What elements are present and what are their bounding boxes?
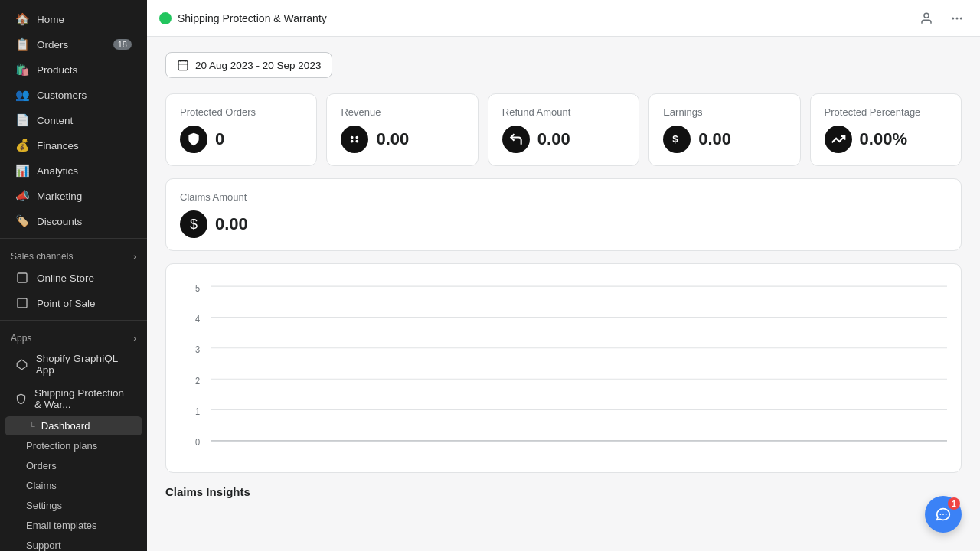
sales-channels-section: Sales channels › — [0, 243, 147, 265]
sub-item-label-claims: Claims — [26, 480, 57, 491]
sub-item-dashboard[interactable]: └ Dashboard — [5, 416, 142, 435]
sidebar-item-marketing[interactable]: 📣 Marketing — [5, 184, 142, 208]
sidebar-item-label-content: Content — [37, 115, 132, 126]
shield-green-icon — [159, 12, 172, 24]
revenue-icon — [347, 132, 362, 147]
sidebar-item-label-analytics: Analytics — [37, 165, 132, 177]
svg-rect-0 — [18, 273, 27, 282]
chart-svg: 5 4 3 2 1 0 — [180, 276, 947, 460]
svg-point-3 — [924, 13, 929, 18]
svg-text:4: 4 — [195, 315, 201, 324]
date-range-button[interactable]: 20 Aug 2023 - 20 Sep 2023 — [165, 52, 332, 78]
sidebar-item-label-customers: Customers — [37, 90, 132, 101]
notification-icon[interactable] — [916, 8, 937, 29]
sidebar-item-label-online-store: Online Store — [37, 272, 94, 284]
sidebar-item-online-store[interactable]: Online Store — [5, 266, 142, 290]
apps-section: Apps › — [0, 325, 147, 347]
metric-card-refund-amount: Refund Amount 0.00 — [488, 93, 639, 166]
shield-icon — [15, 392, 27, 406]
sidebar-item-label-discounts: Discounts — [37, 216, 132, 227]
chart-card: 5 4 3 2 1 0 — [165, 263, 962, 473]
sales-channels-label: Sales channels — [11, 251, 73, 262]
finances-icon: 💰 — [15, 139, 29, 152]
topbar: Shipping Protection & Warranty — [147, 0, 980, 37]
topbar-right — [916, 8, 968, 29]
date-range-label: 20 Aug 2023 - 20 Sep 2023 — [195, 60, 321, 71]
metric-title-protected-orders: Protected Orders — [180, 106, 302, 118]
metric-value-row-protected-orders: 0 — [180, 126, 302, 153]
sub-item-label-dashboard: Dashboard — [41, 420, 90, 432]
sidebar-item-analytics[interactable]: 📊 Analytics — [5, 158, 142, 183]
sub-item-label-orders: Orders — [26, 460, 57, 471]
sidebar-item-customers[interactable]: 👥 Customers — [5, 83, 142, 107]
refund-amount-icon — [508, 132, 524, 147]
protected-orders-icon — [186, 132, 201, 147]
svg-point-6 — [960, 17, 962, 19]
sidebar-item-finances[interactable]: 💰 Finances — [5, 133, 142, 158]
earnings-icon: $ — [669, 132, 684, 147]
svg-text:5: 5 — [195, 283, 200, 292]
sub-item-label-support: Support — [26, 540, 61, 551]
branch-icon: └ — [29, 422, 35, 431]
sidebar-item-content[interactable]: 📄 Content — [5, 108, 142, 132]
online-store-icon — [15, 271, 29, 285]
svg-point-12 — [356, 136, 358, 139]
graphql-icon — [15, 357, 28, 371]
svg-point-5 — [956, 17, 959, 19]
chat-badge: 1 — [948, 497, 960, 510]
sub-item-label-email-templates: Email templates — [26, 520, 96, 531]
svg-rect-1 — [18, 298, 27, 308]
topbar-title: Shipping Protection & Warranty — [178, 12, 327, 24]
metrics-grid: Protected Orders 0 Revenue 0.00 Refund A… — [165, 93, 962, 166]
chart-container: 5 4 3 2 1 0 — [180, 276, 947, 460]
chat-button[interactable]: 1 — [925, 496, 962, 533]
chat-icon — [935, 506, 952, 523]
metric-title-earnings: Earnings — [663, 106, 786, 118]
sub-item-email-templates[interactable]: Email templates — [5, 516, 142, 535]
sidebar-item-point-of-sale[interactable]: Point of Sale — [5, 291, 142, 315]
sidebar-item-orders[interactable]: 📋 Orders 18 — [5, 32, 142, 57]
sidebar-item-label-graphql: Shopify GraphiQL App — [36, 353, 132, 376]
sidebar-divider — [0, 238, 147, 239]
svg-text:0: 0 — [195, 438, 200, 447]
claims-amount-value: 0.00 — [215, 214, 248, 234]
sidebar-item-discounts[interactable]: 🏷️ Discounts — [5, 209, 142, 233]
sub-item-claims[interactable]: Claims — [5, 476, 142, 495]
sub-item-support[interactable]: Support — [5, 536, 142, 551]
sidebar-item-graphql[interactable]: Shopify GraphiQL App — [5, 347, 142, 381]
metric-icon-earnings: $ — [663, 126, 691, 153]
sidebar-item-products[interactable]: 🛍️ Products — [5, 57, 142, 82]
metric-value-refund-amount: 0.00 — [537, 129, 570, 149]
sidebar-item-shipping-protection[interactable]: Shipping Protection & War... — [5, 382, 142, 416]
svg-point-14 — [356, 140, 358, 142]
sub-item-label-protection-plans: Protection plans — [26, 440, 97, 452]
orders-icon: 📋 — [15, 37, 29, 51]
apps-label: Apps — [11, 333, 31, 344]
more-options-icon[interactable] — [946, 8, 968, 29]
metric-value-revenue: 0.00 — [376, 129, 409, 149]
products-icon: 🛍️ — [15, 63, 29, 77]
svg-text:3: 3 — [195, 345, 200, 354]
orders-badge: 18 — [113, 39, 132, 50]
sub-item-protection-plans[interactable]: Protection plans — [5, 436, 142, 455]
customers-icon: 👥 — [15, 88, 29, 102]
svg-point-4 — [952, 17, 954, 19]
metric-icon-protected-percentage — [825, 126, 852, 153]
svg-marker-2 — [17, 360, 27, 370]
metric-value-row-refund-amount: 0.00 — [502, 126, 625, 153]
claims-insights-title: Claims Insights — [165, 485, 962, 498]
metric-value-row-protected-percentage: 0.00% — [825, 126, 947, 153]
metric-card-earnings: Earnings $ 0.00 — [648, 93, 800, 166]
metric-icon-refund-amount — [502, 126, 530, 153]
sub-item-orders[interactable]: Orders — [5, 456, 142, 475]
sub-item-label-settings: Settings — [26, 500, 62, 511]
claims-amount-title: Claims Amount — [180, 191, 947, 203]
point-of-sale-icon — [15, 296, 29, 310]
svg-text:$: $ — [672, 133, 678, 145]
page-content: 20 Aug 2023 - 20 Sep 2023 Protected Orde… — [147, 37, 980, 551]
home-icon: 🏠 — [15, 12, 29, 26]
sidebar-divider-2 — [0, 320, 147, 321]
metric-title-revenue: Revenue — [341, 106, 463, 118]
sidebar-item-home[interactable]: 🏠 Home — [5, 7, 142, 31]
sub-item-settings[interactable]: Settings — [5, 496, 142, 515]
